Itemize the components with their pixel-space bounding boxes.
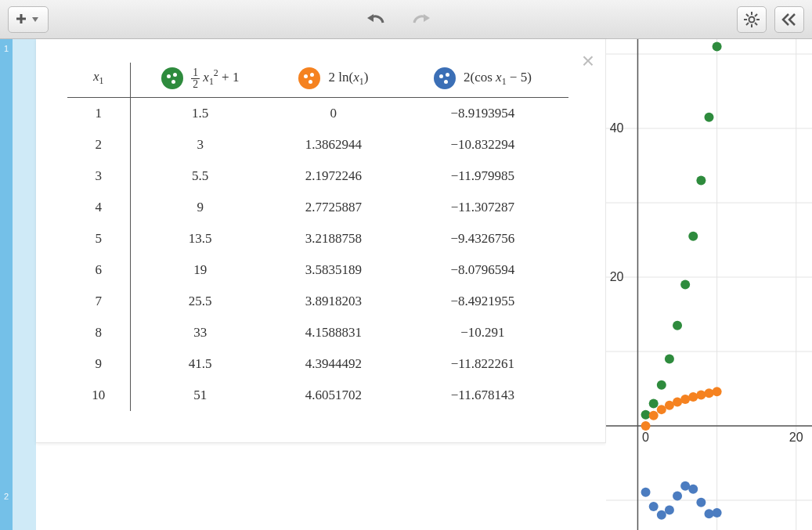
table-cell[interactable]: −8.9193954: [397, 98, 568, 129]
col-header-series-3-label: 2(cos x1 − 5): [464, 70, 532, 85]
table-expression-panel: × x1 12 x12 + 1 2 ln(x1): [36, 39, 606, 443]
svg-point-47: [696, 390, 706, 399]
data-table: x1 12 x12 + 1 2 ln(x1) 2(c: [67, 63, 568, 411]
col-header-series-1[interactable]: 12 x12 + 1: [130, 63, 270, 98]
table-cell[interactable]: 4: [67, 192, 130, 223]
svg-point-46: [688, 392, 698, 402]
table-cell[interactable]: −8.4921955: [397, 286, 568, 317]
svg-point-51: [649, 502, 659, 511]
svg-point-56: [688, 485, 698, 494]
table-cell[interactable]: 3: [67, 160, 130, 192]
table-cell[interactable]: 13.5: [130, 223, 270, 254]
graph-pane[interactable]: 4020020: [606, 39, 812, 530]
svg-point-38: [705, 113, 714, 122]
svg-point-48: [705, 388, 714, 398]
table-row: 725.53.8918203−8.4921955: [67, 286, 568, 317]
add-expression-button[interactable]: [8, 6, 49, 33]
svg-point-57: [696, 498, 706, 507]
col-header-series-2-label: 2 ln(x1): [329, 70, 369, 85]
svg-point-58: [705, 509, 714, 518]
table-cell[interactable]: 25.5: [130, 286, 270, 317]
table-cell[interactable]: 1.3862944: [270, 129, 397, 160]
col-header-series-1-label: 12 x12 + 1: [191, 70, 239, 85]
table-cell[interactable]: 41.5: [130, 348, 270, 380]
svg-point-32: [657, 380, 666, 390]
table-cell[interactable]: 4.3944492: [270, 348, 397, 380]
table-row: 35.52.1972246−11.979985: [67, 160, 568, 192]
series-1-color-icon[interactable]: [161, 67, 183, 89]
svg-point-33: [665, 355, 674, 364]
row-number-1: 1: [4, 44, 9, 53]
svg-line-12: [755, 14, 757, 16]
col-header-series-3[interactable]: 2(cos x1 − 5): [397, 63, 568, 98]
row-gutter: 1 2: [0, 39, 13, 530]
gear-icon: [744, 12, 760, 27]
svg-point-54: [673, 492, 682, 501]
table-cell[interactable]: 1.5: [130, 98, 270, 129]
table-cell[interactable]: 4.1588831: [270, 317, 397, 348]
redo-button[interactable]: [403, 6, 438, 33]
table-cell[interactable]: 5: [67, 223, 130, 254]
undo-button[interactable]: [359, 6, 394, 33]
table-cell[interactable]: 4.6051702: [270, 380, 397, 411]
series-2-color-icon[interactable]: [298, 67, 320, 89]
table-cell[interactable]: 2.1972246: [270, 160, 397, 192]
table-cell[interactable]: 3: [130, 129, 270, 160]
table-cell[interactable]: 9: [67, 348, 130, 380]
table-row: 941.54.3944492−11.822261: [67, 348, 568, 380]
svg-point-39: [713, 42, 722, 52]
svg-point-53: [665, 505, 674, 514]
table-cell[interactable]: −11.822261: [397, 348, 568, 380]
table-cell[interactable]: 51: [130, 380, 270, 411]
table-cell[interactable]: −11.979985: [397, 160, 568, 192]
table-cell[interactable]: 3.2188758: [270, 223, 397, 254]
table-row: 11.50−8.9193954: [67, 98, 568, 129]
svg-marker-4: [424, 14, 430, 22]
table-cell[interactable]: −10.832294: [397, 129, 568, 160]
col-header-x[interactable]: x1: [67, 63, 130, 98]
svg-text:0: 0: [642, 431, 649, 444]
table-cell[interactable]: 9: [130, 192, 270, 223]
svg-line-11: [755, 23, 757, 25]
svg-point-37: [696, 176, 706, 186]
series-3-color-icon[interactable]: [434, 67, 456, 89]
close-icon[interactable]: ×: [582, 50, 594, 72]
table-cell[interactable]: 19: [130, 254, 270, 286]
svg-point-41: [649, 411, 659, 420]
svg-point-50: [641, 488, 651, 497]
table-cell[interactable]: 10: [67, 380, 130, 411]
table-cell[interactable]: 0: [270, 98, 397, 129]
svg-point-59: [713, 508, 722, 517]
col-header-series-2[interactable]: 2 ln(x1): [270, 63, 397, 98]
table-cell[interactable]: −10.291: [397, 317, 568, 348]
table-cell[interactable]: −11.307287: [397, 192, 568, 223]
collapse-panel-button[interactable]: [774, 6, 804, 33]
table-cell[interactable]: −9.4326756: [397, 223, 568, 254]
graph-canvas[interactable]: 4020020: [606, 39, 812, 530]
expression-tab-strip[interactable]: [13, 39, 36, 530]
table-body: 11.50−8.9193954231.3862944−10.83229435.5…: [67, 98, 568, 411]
table-row: 8334.1588831−10.291: [67, 317, 568, 348]
svg-point-49: [713, 387, 722, 396]
svg-point-36: [688, 232, 698, 241]
table-cell[interactable]: 7: [67, 286, 130, 317]
table-row: 492.7725887−11.307287: [67, 192, 568, 223]
svg-point-45: [680, 395, 690, 404]
table-cell[interactable]: 33: [130, 317, 270, 348]
table-cell[interactable]: 2.7725887: [270, 192, 397, 223]
table-cell[interactable]: 8: [67, 317, 130, 348]
table-cell[interactable]: 3.8918203: [270, 286, 397, 317]
table-cell[interactable]: −11.678143: [397, 380, 568, 411]
toolbar: [0, 0, 812, 39]
table-cell[interactable]: 6: [67, 254, 130, 286]
svg-point-52: [657, 510, 666, 520]
table-cell[interactable]: 2: [67, 129, 130, 160]
svg-text:20: 20: [610, 270, 624, 283]
table-cell[interactable]: 1: [67, 98, 130, 129]
settings-button[interactable]: [737, 6, 767, 33]
table-cell[interactable]: 5.5: [130, 160, 270, 192]
table-cell[interactable]: 3.5835189: [270, 254, 397, 286]
svg-point-35: [680, 280, 690, 290]
svg-point-40: [641, 421, 651, 431]
table-cell[interactable]: −8.0796594: [397, 254, 568, 286]
